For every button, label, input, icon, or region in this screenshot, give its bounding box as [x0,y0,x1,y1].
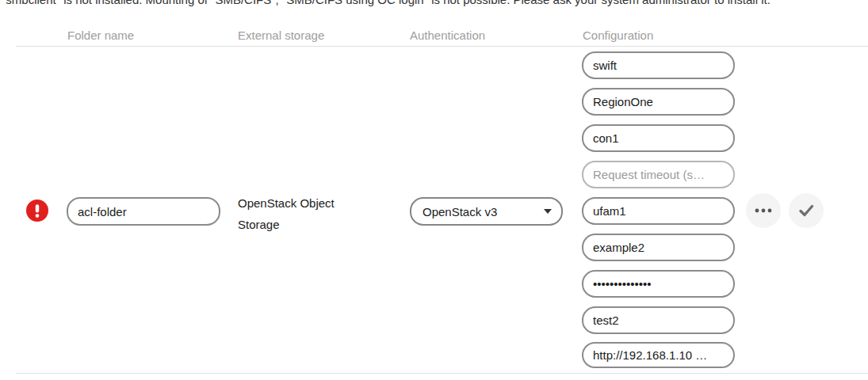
column-header-external-storage: External storage [238,28,324,42]
header-divider [16,46,868,47]
config-input[interactable] [582,51,735,79]
config-input[interactable] [582,306,735,334]
config-input[interactable] [582,197,735,225]
smbclient-warning-notice: "smbclient" is not installed. Mounting o… [2,0,770,7]
config-input[interactable] [582,234,735,261]
check-icon [795,200,817,222]
external-storage-label: OpenStack Object Storage [238,192,373,235]
config-input-request-timeout[interactable] [582,161,735,188]
chevron-down-icon [544,209,552,214]
authentication-select[interactable]: OpenStack v3 [410,197,563,226]
config-input-password[interactable] [582,270,735,298]
exclamation-circle-icon [26,200,48,222]
config-input-url[interactable] [582,342,735,368]
error-status-icon [26,200,48,222]
config-input[interactable] [582,124,735,152]
folder-name-input[interactable] [67,197,220,226]
more-options-button[interactable] [746,193,781,228]
column-header-folder-name: Folder name [67,28,134,42]
column-header-authentication: Authentication [410,28,485,42]
config-input[interactable] [582,88,735,116]
save-button[interactable] [789,193,824,228]
ellipsis-icon [752,200,774,222]
column-header-configuration: Configuration [583,28,653,42]
authentication-selected-value: OpenStack v3 [423,205,544,218]
row-bottom-divider [16,373,868,374]
